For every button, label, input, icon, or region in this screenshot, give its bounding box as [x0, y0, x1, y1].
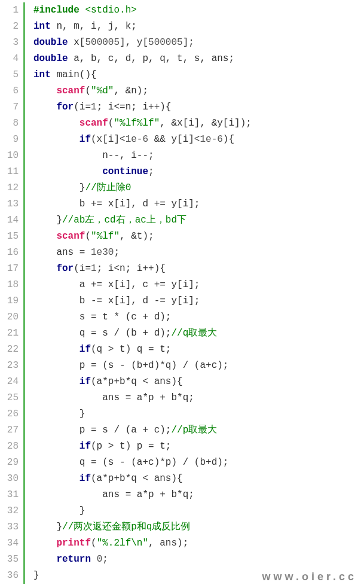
line-number: 15 [0, 229, 19, 245]
code-token: (a*p+b*q < ans){ [91, 473, 183, 484]
code-line: }//防止除0 [33, 180, 252, 196]
code-token: 1 [91, 102, 97, 112]
code-line: if(x[i]<1e-6 && y[i]<1e-6){ [33, 132, 252, 148]
code-token: ; i<=n; i++){ [97, 102, 172, 112]
code-token: double [33, 37, 68, 48]
code-line: if(q > t) q = t; [33, 342, 252, 358]
code-token: return [56, 554, 91, 565]
code-token: int [33, 69, 51, 80]
line-number: 18 [0, 277, 19, 293]
line-number: 27 [0, 422, 19, 438]
code-token: b -= x[i], d -= y[i]; [79, 295, 200, 306]
line-number: 24 [0, 374, 19, 390]
code-token: s = t * (c + d); [79, 312, 172, 322]
code-token: a, b, c, d, p, q, t, s, ans; [68, 53, 234, 64]
code-token: (p > t) p = t; [91, 441, 171, 452]
code-token: 1e-6 [126, 134, 148, 145]
line-number: 12 [0, 180, 19, 196]
code-token: int [33, 21, 51, 32]
code-token: if [79, 134, 91, 145]
line-number: 31 [0, 487, 19, 503]
code-line: continue; [33, 164, 252, 180]
line-number: 20 [0, 309, 19, 325]
code-token: ; [102, 554, 108, 565]
code-line: p = s / (a + c);//p取最大 [33, 422, 252, 438]
watermark: www.oier.cc [262, 571, 357, 583]
code-token: //防止除0 [85, 182, 131, 193]
line-number: 21 [0, 325, 19, 342]
code-line: scanf("%lf", &t); [33, 229, 252, 245]
code-line: return 0; [33, 552, 252, 568]
code-token: for [56, 102, 74, 112]
code-line: } [33, 503, 252, 519]
code-token: ( [85, 86, 91, 96]
code-token: a += x[i], c += y[i]; [79, 279, 200, 290]
code-token: //p取最大 [171, 425, 217, 435]
code-token: 1 [91, 263, 97, 274]
code-line: int n, m, i, j, k; [33, 19, 252, 35]
code-token: #include [33, 5, 79, 16]
code-line: scanf("%d", &n); [33, 83, 252, 99]
line-number: 3 [0, 35, 19, 51]
code-token: scanf [56, 231, 85, 242]
code-token: <stdio.h> [79, 5, 137, 16]
code-line: printf("%.2lf\n", ans); [33, 535, 252, 552]
line-number: 26 [0, 406, 19, 422]
code-token: if [79, 344, 91, 355]
code-token: main(){ [51, 69, 97, 80]
code-line: ans = 1e30; [33, 245, 252, 261]
code-token [91, 554, 97, 565]
code-token: (i= [74, 263, 91, 274]
line-number: 6 [0, 83, 19, 99]
code-line: if(a*p+b*q < ans){ [33, 471, 252, 487]
code-token: ans = a*p + b*q; [102, 392, 194, 403]
line-number: 16 [0, 245, 19, 261]
line-number: 5 [0, 67, 19, 83]
code-line: s = t * (c + d); [33, 309, 252, 325]
code-token: "%lf" [91, 231, 120, 242]
line-number: 10 [0, 148, 19, 164]
line-number: 22 [0, 342, 19, 358]
code-token: q = s / (b + d); [79, 328, 172, 339]
code-token: q = (s - (a+c)*p) / (b+d); [79, 457, 229, 468]
code-token: //两次返还金额p和q成反比例 [62, 522, 190, 532]
code-token: 1e-6 [200, 134, 222, 145]
code-token: p = s / (a + c); [79, 425, 172, 435]
line-number: 11 [0, 164, 19, 180]
code-line: b -= x[i], d -= y[i]; [33, 293, 252, 309]
code-token: (i= [74, 102, 91, 112]
code-token: p = (s - (b+d)*q) / (a+c); [79, 360, 229, 371]
code-token: (q > t) q = t; [91, 344, 171, 355]
code-token: double [33, 53, 68, 64]
code-block: 1234567891011121314151617181920212223242… [0, 0, 364, 586]
code-line: if(a*p+b*q < ans){ [33, 374, 252, 390]
code-token: 0 [97, 554, 103, 565]
code-token: if [79, 473, 91, 484]
code-line: p = (s - (b+d)*q) / (a+c); [33, 358, 252, 374]
code-token: (x[i]< [91, 134, 126, 145]
line-number: 34 [0, 535, 19, 552]
line-number: 32 [0, 503, 19, 519]
code-token: 500005 [148, 37, 183, 48]
line-number: 35 [0, 552, 19, 568]
line-number-gutter: 1234567891011121314151617181920212223242… [0, 2, 25, 584]
line-number: 28 [0, 438, 19, 455]
code-token: } [33, 570, 39, 581]
code-line: } [33, 568, 252, 584]
code-token: scanf [79, 118, 108, 129]
code-line: }//两次返还金额p和q成反比例 [33, 519, 252, 535]
code-line: a += x[i], c += y[i]; [33, 277, 252, 293]
code-token: } [79, 505, 85, 516]
code-token: ans = [56, 247, 91, 258]
code-line: scanf("%lf%lf", &x[i], &y[i]); [33, 115, 252, 132]
line-number: 7 [0, 99, 19, 115]
code-token: , ans); [148, 538, 188, 549]
line-number: 30 [0, 471, 19, 487]
code-line: if(p > t) p = t; [33, 438, 252, 455]
code-line: }//ab左，cd右，ac上，bd下 [33, 212, 252, 229]
code-line: double x[500005], y[500005]; [33, 35, 252, 51]
code-line: ans = a*p + b*q; [33, 487, 252, 503]
code-line: int main(){ [33, 67, 252, 83]
code-content: #include <stdio.h>int n, m, i, j, k;doub… [25, 2, 252, 584]
code-token: , &x[i], &y[i]); [160, 118, 252, 129]
